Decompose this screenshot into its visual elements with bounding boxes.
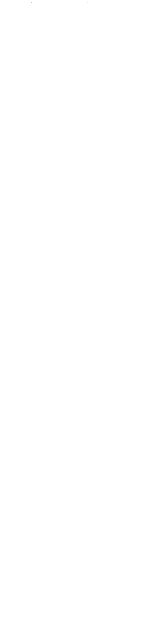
attributes-container: - attributes - grp commonPowerAttributes… <box>31 2 88 4</box>
collapse-icon[interactable]: - <box>32 4 34 4</box>
attributes-title-row: - attributes <box>32 3 87 4</box>
attributes-title: attributes <box>35 3 45 4</box>
